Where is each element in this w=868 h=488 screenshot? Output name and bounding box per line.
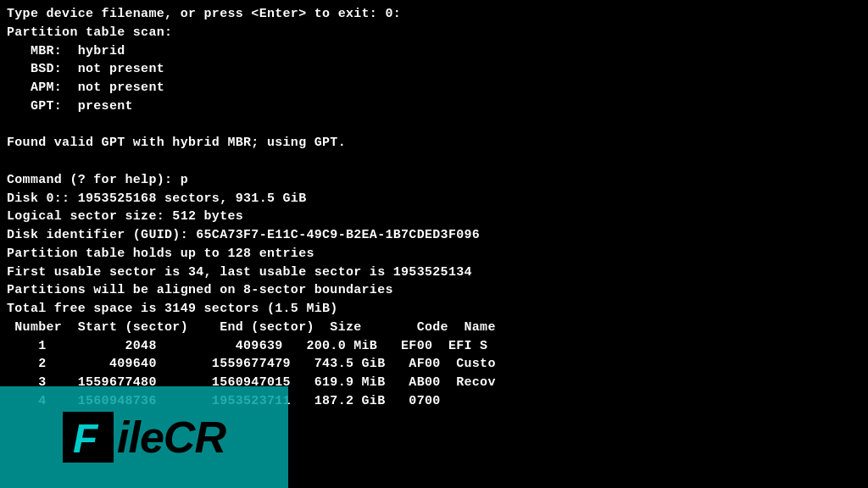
- terminal-line: GPT: present: [7, 97, 861, 116]
- watermark-text: F ileCR: [63, 412, 225, 463]
- partition-table-header: Number Start (sector) End (sector) Size …: [7, 319, 861, 337]
- terminal-line: Found valid GPT with hybrid MBR; using G…: [7, 134, 861, 152]
- terminal-line: Total free space is 3149 sectors (1.5 Mi…: [7, 300, 861, 319]
- terminal-line: BSD: not present: [7, 60, 861, 79]
- terminal-line: Partition table holds up to 128 entries: [7, 245, 861, 263]
- terminal-line: Command (? for help): p: [7, 171, 861, 190]
- svg-text:F: F: [73, 416, 99, 461]
- terminal-line: First usable sector is 34, last usable s…: [7, 263, 861, 282]
- watermark-label: ileCR: [117, 412, 225, 463]
- terminal-line: Partition table scan:: [7, 24, 861, 42]
- terminal-content: Type device filename, or press <Enter> t…: [7, 5, 861, 411]
- terminal-line: Type device filename, or press <Enter> t…: [7, 5, 861, 24]
- terminal-line-empty: [7, 152, 861, 171]
- watermark: F ileCR: [0, 386, 288, 488]
- terminal-line-empty: [7, 116, 861, 135]
- terminal-line: Logical sector size: 512 bytes: [7, 208, 861, 226]
- partition-table-row: 2 409640 1559677479 743.5 GiB AF00 Custo: [7, 355, 861, 374]
- partition-table-row: 1 2048 409639 200.0 MiB EF00 EFI S: [7, 337, 861, 356]
- terminal-window: Type device filename, or press <Enter> t…: [0, 0, 868, 488]
- terminal-line: MBR: hybrid: [7, 42, 861, 61]
- terminal-line: Partitions will be aligned on 8-sector b…: [7, 281, 861, 300]
- watermark-icon: F: [63, 412, 114, 463]
- terminal-line: Disk 0:: 1953525168 sectors, 931.5 GiB: [7, 190, 861, 208]
- terminal-line: Disk identifier (GUID): 65CA73F7-E11C-49…: [7, 226, 861, 245]
- terminal-line: APM: not present: [7, 79, 861, 97]
